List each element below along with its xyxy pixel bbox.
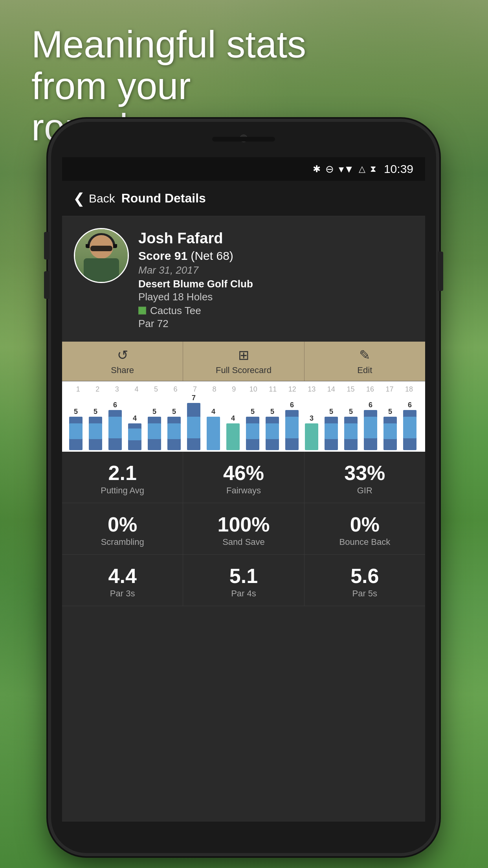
bar-hole-17-overlay [383, 423, 397, 439]
hole-num-6: 6 [168, 385, 183, 394]
fairways-label: Fairways [226, 485, 261, 496]
edit-icon: ✎ [359, 347, 370, 363]
hole-num-7: 7 [187, 385, 203, 394]
status-icons: ✱ ⊖ ▾▼ △ ⧗ 10:39 [313, 162, 413, 176]
bar-label-11: 5 [270, 408, 274, 416]
profile-holes: Played 18 Holes [138, 291, 413, 303]
do-not-disturb-icon: ⊖ [325, 163, 334, 175]
power-button[interactable] [438, 252, 443, 291]
stat-par5s: 5.6 Par 5s [305, 555, 425, 606]
bar-label-15: 5 [349, 408, 353, 416]
bar-hole-12-overlay [285, 417, 299, 438]
hole-num-5: 5 [148, 385, 164, 394]
stats-row-3: 4.4 Par 3s 5.1 Par 4s 5.6 Par 5s [62, 555, 425, 606]
profile-name: Josh Fafard [138, 230, 413, 248]
bar-label-12: 6 [290, 401, 294, 409]
stat-bounce-back: 0% Bounce Back [305, 503, 425, 554]
hole-num-17: 17 [382, 385, 398, 394]
tee-row: Cactus Tee [138, 305, 413, 317]
bar-label-1: 5 [74, 408, 78, 416]
par5s-label: Par 5s [352, 588, 378, 599]
hole-num-10: 10 [246, 385, 261, 394]
bar-label-8: 4 [211, 408, 215, 416]
bar-label-17: 5 [388, 408, 392, 416]
nav-bar: ❮ Back Round Details [62, 181, 425, 216]
par3s-value: 4.4 [108, 566, 137, 586]
bar-hole-5-overlay [148, 423, 161, 439]
bar-label-7: 7 [192, 395, 196, 402]
volume-up-button[interactable] [44, 232, 50, 259]
bar-hole-2-overlay [89, 423, 102, 439]
bar-label-16: 6 [369, 401, 372, 409]
score-chart: 1 2 3 4 5 6 7 8 9 10 11 12 13 14 15 16 1… [62, 381, 425, 452]
stat-gir: 33% GIR [305, 452, 425, 503]
stat-fairways: 46% Fairways [183, 452, 304, 503]
bar-label-9: 4 [231, 414, 235, 422]
page-title: Round Details [121, 191, 206, 206]
avatar [74, 228, 129, 283]
stat-scrambling: 0% Scrambling [62, 503, 183, 554]
profile-par: Par 72 [138, 318, 413, 330]
action-bar: ↺ Share ⊞ Full Scorecard ✎ Edit [62, 342, 425, 381]
score-value: 91 [174, 249, 187, 262]
wifi-icon: ▾▼ [339, 163, 354, 175]
scrambling-label: Scrambling [101, 537, 144, 547]
phone-device: ✱ ⊖ ▾▼ △ ⧗ 10:39 ❮ Back Round Details [51, 122, 436, 853]
sand-save-value: 100% [217, 514, 270, 535]
par3s-label: Par 3s [110, 588, 135, 599]
profile-club: Desert Blume Golf Club [138, 278, 413, 290]
hole-num-4: 4 [128, 385, 144, 394]
hole-num-8: 8 [207, 385, 222, 394]
hole-num-11: 11 [265, 385, 281, 394]
stats-grid: 2.1 Putting Avg 46% Fairways 33% GIR 0% … [62, 452, 425, 822]
bar-hole-7-overlay [187, 417, 200, 438]
status-bar: ✱ ⊖ ▾▼ △ ⧗ 10:39 [62, 157, 425, 181]
bar-label-5: 5 [152, 408, 156, 416]
stats-row-2: 0% Scrambling 100% Sand Save 0% Bounce B… [62, 503, 425, 555]
bar-hole-15-overlay [344, 423, 358, 439]
score-net: (Net 68) [191, 249, 233, 262]
bar-hole-6-overlay [167, 423, 181, 439]
hole-num-9: 9 [226, 385, 242, 394]
profile-score: Score 91 (Net 68) [138, 249, 413, 263]
stat-par4s: 5.1 Par 4s [183, 555, 304, 606]
bar-label-18: 6 [408, 401, 412, 409]
bar-hole-10-overlay [246, 423, 259, 439]
bar-label-4: 4 [133, 414, 137, 422]
full-scorecard-button[interactable]: ⊞ Full Scorecard [183, 342, 304, 381]
edit-label: Edit [357, 365, 372, 375]
bluetooth-icon: ✱ [313, 164, 321, 175]
par4s-value: 5.1 [229, 566, 258, 586]
hole-num-18: 18 [401, 385, 417, 394]
hole-num-12: 12 [284, 385, 300, 394]
stat-sand-save: 100% Sand Save [183, 503, 304, 554]
bar-hole-8-main [207, 417, 220, 450]
volume-down-button[interactable] [44, 271, 50, 299]
bar-hole-11-overlay [266, 423, 279, 439]
bar-hole-4-overlay [128, 428, 141, 440]
stat-par3s: 4.4 Par 3s [62, 555, 183, 606]
bounce-back-label: Bounce Back [339, 537, 391, 547]
avatar-glasses [90, 246, 112, 251]
back-label: Back [89, 192, 115, 205]
putting-avg-value: 2.1 [108, 463, 137, 483]
edit-button[interactable]: ✎ Edit [305, 342, 425, 381]
profile-date: Mar 31, 2017 [138, 264, 413, 276]
avatar-image [75, 229, 128, 282]
bar-label-14: 5 [329, 408, 333, 416]
tee-color-indicator [138, 307, 146, 314]
fairways-value: 46% [223, 463, 264, 483]
bar-label-6: 5 [172, 408, 176, 416]
bar-label-10: 5 [251, 408, 255, 416]
sand-save-label: Sand Save [222, 537, 265, 547]
scorecard-label: Full Scorecard [216, 365, 272, 375]
bar-chart-svg: 5 5 6 4 5 5 [68, 395, 425, 450]
back-button[interactable]: ❮ Back [73, 191, 115, 206]
stats-row-1: 2.1 Putting Avg 46% Fairways 33% GIR [62, 452, 425, 503]
gir-label: GIR [357, 485, 372, 496]
hole-num-16: 16 [362, 385, 378, 394]
par5s-value: 5.6 [350, 566, 379, 586]
share-button[interactable]: ↺ Share [62, 342, 183, 381]
scorecard-icon: ⊞ [238, 347, 249, 363]
par4s-label: Par 4s [231, 588, 256, 599]
